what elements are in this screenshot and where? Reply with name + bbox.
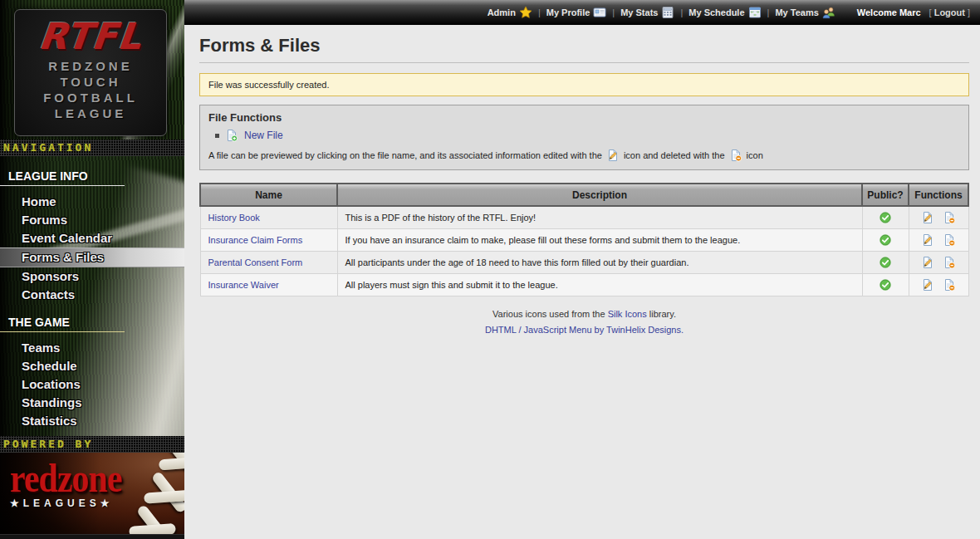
table-row: History BookThis is a PDF of the history… — [200, 206, 968, 229]
logout-link[interactable]: Logout — [934, 7, 965, 17]
calendar-icon — [748, 6, 762, 19]
sidebar-item-contacts[interactable]: Contacts — [0, 286, 184, 304]
sidebar-item-schedule[interactable]: Schedule — [0, 357, 184, 375]
topbar-item-label: My Schedule — [688, 7, 744, 17]
topbar-item-label: My Profile — [546, 7, 590, 17]
file-name-link[interactable]: Parental Consent Form — [208, 257, 303, 267]
sidebar-item-statistics[interactable]: Statistics — [0, 412, 184, 430]
column-header-description: Description — [337, 184, 862, 206]
topbar-item-my-schedule[interactable]: My Schedule — [688, 6, 761, 19]
star-icon — [519, 6, 532, 19]
file-description: This is a PDF of the history of the RTFL… — [337, 206, 862, 229]
content: Forms & Files File was successfully crea… — [184, 25, 980, 335]
dhtml-menu-link[interactable]: DHTML / JavaScript Menu — [485, 325, 592, 335]
edit-icon[interactable] — [921, 233, 934, 247]
logout-wrap: [Logout] — [929, 7, 970, 17]
topbar-item-my-stats[interactable]: My Stats — [620, 6, 674, 19]
page-title: Forms & Files — [199, 35, 969, 56]
files-table-header-row: NameDescriptionPublic?Functions — [200, 184, 968, 206]
redzone-logo-text: redzone — [10, 458, 122, 500]
sidebar-item-event-calendar[interactable]: Event Calendar — [0, 229, 184, 247]
league-logo-word: LEAGUE — [15, 105, 166, 121]
league-logo-word: REDZONE — [15, 58, 166, 74]
league-logo-word: FOOTBALL — [15, 90, 166, 105]
file-description: If you have an insurance claim to make, … — [337, 229, 862, 252]
delete-icon[interactable] — [943, 278, 956, 292]
credits-line: Various icons used from the Silk Icons l… — [199, 309, 969, 319]
file-name-link[interactable]: Insurance Claim Forms — [208, 235, 303, 245]
silk-icons-link[interactable]: Silk Icons — [608, 309, 647, 319]
bullet-icon — [215, 134, 219, 138]
hint-text-before: A file can be previewed by clicking on t… — [208, 150, 602, 160]
vcard-icon — [593, 6, 606, 19]
credits-text: Various icons used from the — [492, 309, 605, 319]
calculator-icon — [661, 6, 674, 19]
sidebar-item-teams[interactable]: Teams — [0, 339, 184, 357]
topbar-separator: | — [767, 7, 770, 17]
menu-credits-period: . — [681, 325, 684, 335]
accept-icon — [879, 233, 892, 247]
menu-section-header-the-game: THE GAME — [0, 314, 125, 332]
table-row: Parental Consent FormAll participants un… — [200, 252, 968, 274]
file-name-link[interactable]: Insurance Waiver — [208, 280, 279, 290]
edit-icon — [606, 149, 620, 162]
hint-text-after: icon — [747, 150, 763, 160]
table-row: Insurance Claim FormsIf you have an insu… — [200, 229, 968, 252]
sidebar-logo-area: RTFL REDZONETOUCHFOOTBALLLEAGUE — [0, 0, 184, 140]
group-icon — [822, 6, 835, 19]
edit-icon[interactable] — [921, 256, 934, 269]
twinhelix-link[interactable]: TwinHelix Designs — [606, 325, 681, 335]
topbar-item-label: Admin — [488, 7, 516, 17]
navigation-header: NAVIGATION — [0, 140, 184, 156]
delete-icon[interactable] — [943, 211, 956, 224]
sidebar-item-standings[interactable]: Standings — [0, 394, 184, 412]
topbar-item-my-teams[interactable]: My Teams — [775, 6, 835, 19]
league-logo-word: TOUCH — [15, 74, 166, 90]
menu-section-header-league-info: LEAGUE INFO — [0, 168, 125, 186]
credits-text-after: library. — [649, 309, 676, 319]
edit-icon[interactable] — [921, 211, 934, 224]
menu-credits-by: by — [595, 325, 605, 335]
topbar-item-label: My Teams — [775, 7, 818, 17]
sidebar: RTFL REDZONETOUCHFOOTBALLLEAGUE NAVIGATI… — [0, 0, 184, 539]
file-functions-title: File Functions — [208, 111, 960, 124]
delete-icon — [729, 149, 742, 162]
sidebar-item-locations[interactable]: Locations — [0, 375, 184, 394]
column-header-public: Public? — [862, 184, 909, 206]
file-description: All players must sign this and submit it… — [337, 274, 862, 296]
file-name-link[interactable]: History Book — [208, 213, 260, 223]
new-file-link[interactable]: New File — [244, 130, 283, 141]
welcome-user-label: Welcome Marc — [857, 7, 921, 17]
flash-message: File was successfully created. — [199, 73, 969, 96]
topbar-item-label: My Stats — [620, 7, 658, 17]
topbar-separator: | — [680, 7, 683, 17]
sidebar-menu: LEAGUE INFOHomeForumsEvent CalendarForms… — [0, 156, 184, 436]
new-file-icon[interactable] — [225, 129, 238, 142]
sidebar-item-forms-files[interactable]: Forms & Files — [0, 247, 184, 267]
delete-icon[interactable] — [943, 256, 956, 269]
file-functions-hint: A file can be previewed by clicking on t… — [208, 149, 960, 162]
powered-by-header: POWERED BY — [0, 436, 184, 453]
topbar-separator: | — [538, 7, 541, 17]
edit-icon[interactable] — [921, 278, 934, 292]
files-table: NameDescriptionPublic?Functions History … — [199, 183, 969, 296]
new-file-row: New File — [215, 129, 960, 142]
column-header-name: Name — [200, 184, 337, 206]
accept-icon — [879, 278, 892, 292]
delete-icon[interactable] — [943, 233, 956, 247]
accept-icon — [879, 211, 892, 224]
redzone-leagues-logo[interactable]: redzone ★LEAGUES★ — [10, 458, 122, 509]
powered-by-logo-area: redzone ★LEAGUES★ — [0, 453, 184, 534]
league-logo-words: REDZONETOUCHFOOTBALLLEAGUE — [15, 58, 166, 121]
sidebar-item-home[interactable]: Home — [0, 193, 184, 211]
sidebar-item-sponsors[interactable]: Sponsors — [0, 267, 184, 286]
title-divider — [199, 62, 969, 63]
sidebar-item-forums[interactable]: Forums — [0, 211, 184, 229]
file-description: All participants under the age of 18 nee… — [337, 252, 862, 274]
menu-credits-line: DHTML / JavaScript Menu by TwinHelix Des… — [199, 325, 969, 335]
topbar-item-my-profile[interactable]: My Profile — [546, 6, 607, 19]
topbar-item-admin[interactable]: Admin — [488, 6, 532, 19]
column-header-functions: Functions — [909, 184, 968, 206]
league-logo: RTFL REDZONETOUCHFOOTBALLLEAGUE — [14, 9, 167, 136]
topbar: Admin|My Profile|My Stats|My Schedule|My… — [184, 0, 980, 25]
